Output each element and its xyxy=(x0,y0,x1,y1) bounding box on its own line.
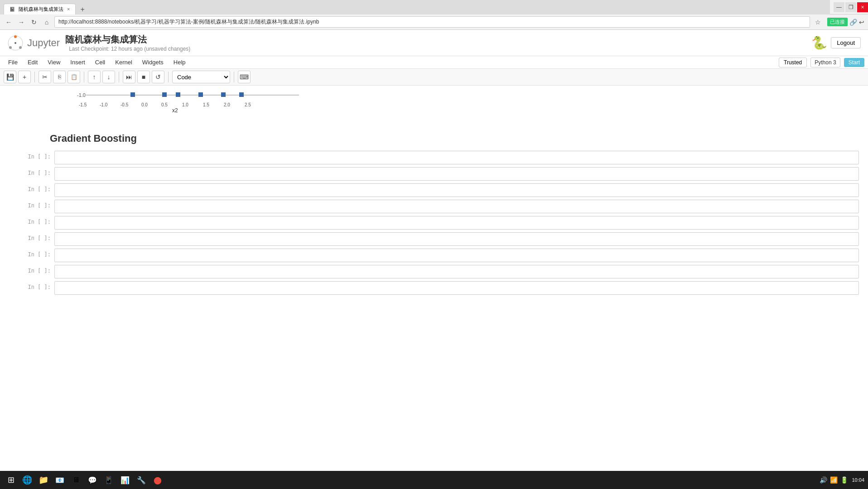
copy-btn[interactable]: ⎘ xyxy=(53,71,66,83)
jupyter-logo-icon xyxy=(7,35,24,51)
svg-text:-0.5: -0.5 xyxy=(121,102,129,107)
notebook-title[interactable]: 随机森林与集成算法 xyxy=(65,34,190,46)
trusted-btn[interactable]: Trusted xyxy=(779,58,807,67)
tab-title: 随机森林与集成算法 xyxy=(19,6,63,13)
move-down-icon: ↓ xyxy=(107,73,111,81)
jupyter-text: Jupyter xyxy=(27,37,60,49)
cell-label: In [ ]: xyxy=(18,200,54,213)
cell-row: In [ ]: xyxy=(0,199,868,214)
svg-rect-9 xyxy=(198,92,203,97)
svg-rect-8 xyxy=(176,92,180,97)
nav-back-btn[interactable]: ← xyxy=(4,17,14,27)
add-cell-btn[interactable]: + xyxy=(18,71,31,83)
cell-input[interactable] xyxy=(54,232,859,246)
menu-insert[interactable]: Insert xyxy=(66,57,90,67)
separator-1 xyxy=(34,72,35,82)
menu-widgets[interactable]: Widgets xyxy=(138,57,168,67)
cell-label: In [ ]: xyxy=(18,167,54,181)
separator-2 xyxy=(84,72,84,82)
nav-home-btn[interactable]: ⌂ xyxy=(42,17,52,27)
svg-text:-1.0: -1.0 xyxy=(77,92,86,98)
svg-text:-1.5: -1.5 xyxy=(79,102,87,107)
svg-rect-11 xyxy=(239,92,244,97)
jupyter-logo: Jupyter xyxy=(7,35,60,51)
extension-icon1: 🔗 xyxy=(849,19,857,26)
svg-point-4 xyxy=(14,42,16,44)
move-down-btn[interactable]: ↓ xyxy=(102,71,115,83)
checkpoint-info: Last Checkpoint: 12 hours ago (unsaved c… xyxy=(69,46,190,52)
menu-edit[interactable]: Edit xyxy=(23,57,42,67)
minimize-btn[interactable]: — xyxy=(834,2,844,12)
svg-text:2.5: 2.5 xyxy=(245,102,251,107)
cells-container: In [ ]: In [ ]: In [ ]: In [ ]: In [ ]: … xyxy=(0,150,868,296)
svg-text:x2: x2 xyxy=(172,107,178,113)
svg-text:0.5: 0.5 xyxy=(161,102,168,107)
cell-row: In [ ]: xyxy=(0,182,868,198)
move-up-icon: ↑ xyxy=(93,73,96,81)
svg-point-2 xyxy=(19,46,22,49)
fast-forward-btn[interactable]: ⏭ xyxy=(123,71,135,83)
logout-btn[interactable]: Logout xyxy=(831,37,861,48)
cell-label: In [ ]: xyxy=(18,232,54,246)
nav-refresh-btn[interactable]: ↻ xyxy=(29,17,39,27)
connection-badge: 已连接 xyxy=(827,18,848,26)
cut-btn[interactable]: ✂ xyxy=(39,71,51,83)
keyboard-btn[interactable]: ⌨ xyxy=(238,71,251,83)
svg-point-3 xyxy=(9,46,12,49)
nav-forward-btn[interactable]: → xyxy=(16,17,26,27)
cell-input[interactable] xyxy=(54,200,859,213)
tab-close-btn[interactable]: × xyxy=(67,6,70,12)
svg-text:1.0: 1.0 xyxy=(182,102,188,107)
cell-row: In [ ]: xyxy=(0,150,868,165)
tab-favicon: 📓 xyxy=(10,7,15,12)
cell-input[interactable] xyxy=(54,167,859,181)
cut-icon: ✂ xyxy=(42,73,48,81)
cell-label: In [ ]: xyxy=(18,183,54,197)
copy-icon: ⎘ xyxy=(58,74,61,80)
new-tab-btn[interactable]: + xyxy=(77,5,87,14)
cell-row: In [ ]: xyxy=(0,166,868,182)
separator-5 xyxy=(234,72,234,82)
cell-label: In [ ]: xyxy=(18,151,54,164)
keyboard-icon: ⌨ xyxy=(240,73,249,81)
section-heading: Gradient Boosting xyxy=(0,124,868,149)
svg-text:2.0: 2.0 xyxy=(224,102,230,107)
restart-btn[interactable]: ↺ xyxy=(152,71,164,83)
cell-label: In [ ]: xyxy=(18,249,54,262)
cell-type-select[interactable]: Code Markdown Raw NBConvert Heading xyxy=(172,71,230,83)
menu-file[interactable]: File xyxy=(4,57,22,67)
address-bar[interactable]: http://localhost:8888/notebooks/机器学习/机器学… xyxy=(54,16,810,28)
move-up-btn[interactable]: ↑ xyxy=(88,71,101,83)
active-tab[interactable]: 📓 随机森林与集成算法 × xyxy=(4,4,76,14)
extension-icon2: ↩ xyxy=(859,19,864,26)
cell-input[interactable] xyxy=(54,265,859,278)
cell-input[interactable] xyxy=(54,216,859,230)
stop-btn[interactable]: ■ xyxy=(137,71,150,83)
cell-input[interactable] xyxy=(54,249,859,262)
stop-icon: ■ xyxy=(142,73,145,81)
cell-input[interactable] xyxy=(54,151,859,164)
menu-help[interactable]: Help xyxy=(169,57,190,67)
menu-kernel[interactable]: Kernel xyxy=(111,57,137,67)
svg-rect-7 xyxy=(162,92,167,97)
start-btn[interactable]: Start xyxy=(844,58,864,67)
paste-btn[interactable]: 📋 xyxy=(68,71,80,83)
chart-area: -1.0 -1.5 -1.0 -0.5 0.0 0.5 1.0 1.5 2.0 … xyxy=(0,86,868,124)
menu-view[interactable]: View xyxy=(43,57,65,67)
save-btn[interactable]: 💾 xyxy=(4,71,16,83)
separator-4 xyxy=(168,72,169,82)
add-icon: + xyxy=(23,73,26,81)
cell-label: In [ ]: xyxy=(18,216,54,230)
cell-row: In [ ]: xyxy=(0,231,868,247)
close-btn[interactable]: × xyxy=(857,2,868,12)
cell-input[interactable] xyxy=(54,281,859,295)
nav-star-btn[interactable]: ☆ xyxy=(813,17,823,27)
menu-cell[interactable]: Cell xyxy=(91,57,110,67)
cell-input[interactable] xyxy=(54,183,859,197)
python-logo: 🐍 xyxy=(811,35,827,50)
restore-btn[interactable]: ❐ xyxy=(845,2,856,12)
fast-forward-icon: ⏭ xyxy=(126,73,132,81)
svg-rect-10 xyxy=(221,92,226,97)
svg-point-1 xyxy=(14,35,17,38)
kernel-info: Python 3 xyxy=(810,58,840,67)
